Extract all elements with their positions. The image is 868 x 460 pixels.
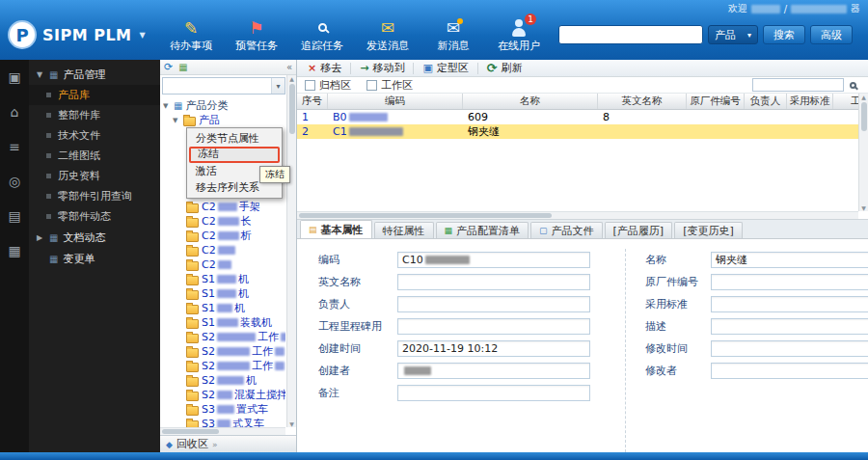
field-创建时间[interactable]: 2020-11-19 10:12 xyxy=(397,340,590,357)
table-row[interactable]: 1B06098 xyxy=(297,110,858,124)
nav-item-alert[interactable]: ⚑预警任务 xyxy=(230,17,284,53)
keyboard-icon[interactable]: ▦ xyxy=(5,241,24,260)
layout-icon[interactable]: ▦ xyxy=(178,62,187,72)
tree-item[interactable]: S2工作 xyxy=(163,344,285,359)
table-cell: 1 xyxy=(297,110,328,124)
field-创建者[interactable] xyxy=(397,363,590,379)
tab-产品文件[interactable]: ▢产品文件 xyxy=(530,222,603,238)
tree-horizontal-scrollbar[interactable] xyxy=(160,427,285,435)
database-icon[interactable]: ≡ xyxy=(5,137,24,156)
tree-item[interactable]: S3置式车 xyxy=(163,402,285,417)
tree-item[interactable]: C2长 xyxy=(163,214,285,229)
sidebar-item[interactable]: 零部件动态 xyxy=(29,206,160,227)
tree-item[interactable]: S2工作 xyxy=(163,359,285,373)
sidebar-section-2[interactable]: ▦变更单 xyxy=(29,248,160,269)
field-英文名称[interactable] xyxy=(397,274,590,290)
tree-search-input[interactable] xyxy=(163,78,271,94)
scroll-up-icon[interactable]: ▲ xyxy=(289,75,294,82)
search-button[interactable]: 搜索 xyxy=(763,25,805,44)
context-menu-item[interactable]: 冻结 xyxy=(189,147,280,163)
field-名称[interactable]: 钢夹缝 xyxy=(711,252,868,268)
field-备注[interactable] xyxy=(397,385,590,401)
chevron-down-icon[interactable]: ▼ xyxy=(140,31,146,40)
scroll-down-icon[interactable]: ▼ xyxy=(861,204,866,211)
tree-item[interactable]: C2 xyxy=(163,243,285,257)
field-修改时间[interactable] xyxy=(711,340,868,357)
tab-产品配置清单[interactable]: ▦产品配置清单 xyxy=(436,222,529,238)
library-icon[interactable]: ▤ xyxy=(5,206,24,226)
sidebar-item[interactable]: 零部件引用查询 xyxy=(29,186,160,206)
tree-item[interactable]: S1装载机 xyxy=(163,315,285,330)
tab-特征属性[interactable]: 特征属性 xyxy=(374,222,434,238)
scrollbar-thumb[interactable] xyxy=(861,102,867,131)
scrollbar-thumb[interactable] xyxy=(289,84,295,134)
tree-item[interactable]: S3式叉车 xyxy=(163,417,285,427)
toolbar-button-moveto[interactable]: →移动到 xyxy=(353,61,411,76)
tree-item[interactable]: S1机 xyxy=(163,286,285,301)
tab-变更历史[interactable]: [变更历史] xyxy=(674,222,743,238)
tree-item[interactable]: S1机 xyxy=(163,301,285,315)
toolbar-button-refresh[interactable]: ⟳刷新 xyxy=(480,61,529,76)
tree-item[interactable]: C2手架 xyxy=(163,200,285,214)
nav-item-todo[interactable]: ✎待办事项 xyxy=(164,17,218,53)
context-menu-item[interactable]: 分类节点属性 xyxy=(189,130,280,147)
tree-search-dropdown-icon[interactable]: ▾ xyxy=(271,78,285,94)
tree-item[interactable]: C2析 xyxy=(163,229,285,243)
sidebar-item[interactable]: 历史资料 xyxy=(29,166,160,186)
scrollbar-thumb[interactable] xyxy=(299,213,552,218)
sidebar-item[interactable]: 产品库 xyxy=(29,85,160,105)
tree-item[interactable]: S2工作 xyxy=(163,330,285,344)
table-vertical-scrollbar[interactable]: ▲ ▼ xyxy=(858,94,868,211)
advanced-search-button[interactable]: 高级 xyxy=(810,25,853,44)
nav-item-send[interactable]: ✉发送消息 xyxy=(361,17,415,53)
chat-icon[interactable]: ▣ xyxy=(5,68,24,87)
tree-item[interactable]: S2混凝土搅拌车 xyxy=(163,388,285,402)
home-icon[interactable]: ⌂ xyxy=(5,102,24,122)
sidebar-section-1[interactable]: ▶▦文档动态 xyxy=(29,227,160,248)
recycle-area-bar[interactable]: ◆ 回收区 » xyxy=(160,435,296,452)
sidebar-section-0[interactable]: ▼▦产品管理 xyxy=(29,64,160,85)
nav-item-track[interactable]: 追踪任务 xyxy=(295,17,349,53)
table-row[interactable]: 2C1钢夹缝 xyxy=(297,124,858,139)
app-logo[interactable]: P SIPM PLM ▼ xyxy=(8,20,154,49)
nav-item-users[interactable]: 1在线用户 xyxy=(492,17,546,53)
table-search-input[interactable] xyxy=(752,78,844,92)
tree-item[interactable]: C2 xyxy=(163,257,285,272)
sidebar-item[interactable]: 二维图纸 xyxy=(29,146,160,166)
filter-归档区[interactable]: 归档区 xyxy=(305,78,351,93)
scrollbar-thumb[interactable] xyxy=(162,429,219,434)
field-label: 备注 xyxy=(318,386,397,400)
filter-工作区[interactable]: 工作区 xyxy=(366,78,413,93)
sidebar-item[interactable]: 整部件库 xyxy=(29,105,160,125)
field-工程里程碑用[interactable] xyxy=(397,318,590,335)
section-icon: ▦ xyxy=(49,254,58,264)
tree-item[interactable]: S2机 xyxy=(163,373,285,388)
tree-vertical-scrollbar[interactable]: ▲ ▼ xyxy=(286,75,296,427)
field-编码[interactable]: C10 xyxy=(397,252,590,268)
scroll-down-icon[interactable]: ▼ xyxy=(289,420,294,427)
main-area: ▣⌂≡◎▤▦ ▼▦产品管理产品库整部件库技术文件二维图纸历史资料零部件引用查询零… xyxy=(0,60,868,452)
field-采用标准[interactable] xyxy=(711,296,868,312)
tab-产品履历[interactable]: [产品履历] xyxy=(605,222,673,238)
nav-item-newmsg[interactable]: ✉新消息 xyxy=(426,17,480,53)
field-负责人[interactable] xyxy=(397,296,590,312)
sidebar-item[interactable]: 技术文件 xyxy=(29,125,160,146)
target-icon[interactable]: ◎ xyxy=(5,172,24,191)
scroll-up-icon[interactable]: ▲ xyxy=(861,94,866,100)
field-原厂件编号[interactable] xyxy=(711,274,868,290)
search-icon[interactable] xyxy=(850,82,856,89)
table-horizontal-scrollbar[interactable] xyxy=(297,211,858,219)
collapse-panel-icon[interactable]: « xyxy=(286,62,292,72)
tree-item[interactable]: S1机 xyxy=(163,272,285,286)
logo-icon: P xyxy=(8,20,37,49)
field-描述[interactable] xyxy=(711,318,868,335)
refresh-icon[interactable]: ⟳ xyxy=(164,61,173,73)
search-category-select[interactable]: 产品 ▾ xyxy=(708,25,758,44)
toolbar-button-finalize[interactable]: ▣定型区 xyxy=(416,61,475,76)
toolbar-button-remove[interactable]: ×移去 xyxy=(301,61,348,76)
tree-root-node[interactable]: ▼▦产品分类 xyxy=(163,98,285,113)
field-修改者[interactable] xyxy=(711,363,868,379)
tab-基本属性[interactable]: ▤基本属性 xyxy=(300,220,372,238)
tree-branch-node[interactable]: ▼产品 xyxy=(163,113,285,127)
search-input[interactable] xyxy=(558,25,703,44)
